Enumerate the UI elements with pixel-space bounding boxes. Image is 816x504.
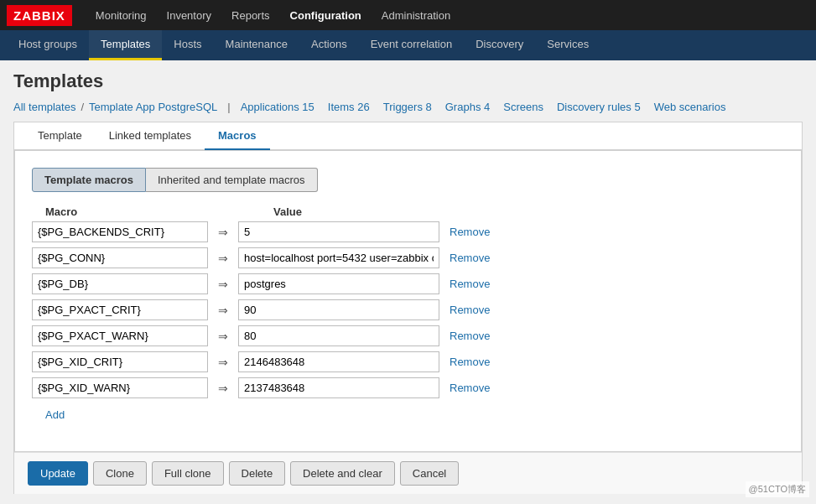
nav-administration[interactable]: Administration [372,0,460,30]
nav-inventory[interactable]: Inventory [157,0,221,30]
cancel-button[interactable]: Cancel [400,461,459,486]
macro-name-input[interactable] [32,377,208,398]
macro-arrow-icon: ⇒ [215,304,231,317]
subnav-discovery-rules[interactable]: Discovery rules 5 [557,101,641,113]
remove-macro-link[interactable]: Remove [450,252,490,264]
macro-row: ⇒Remove [32,299,784,320]
breadcrumb-current[interactable]: Template App PostgreSQL [89,101,217,113]
macro-value-input[interactable] [238,273,439,294]
macro-value-input[interactable] [238,325,439,346]
second-navigation: Host groups Templates Hosts Maintenance … [0,30,816,60]
value-column-header: Value [273,205,302,218]
top-navigation: ZABBIX Monitoring Inventory Reports Conf… [0,0,816,30]
macro-buttons: Template macros Inherited and template m… [32,168,784,192]
subnav-triggers[interactable]: Triggers 8 [383,101,432,113]
inherited-macros-button[interactable]: Inherited and template macros [146,168,318,192]
page-title: Templates [13,70,803,92]
remove-macro-link[interactable]: Remove [450,382,490,394]
remove-macro-link[interactable]: Remove [450,356,490,368]
breadcrumb-separator: / [81,101,84,113]
page-content: Templates All templates / Template App P… [0,60,816,504]
macro-arrow-icon: ⇒ [215,252,231,265]
nav-actions[interactable]: Actions [299,30,359,60]
macro-table-header: Macro Value [32,205,784,218]
remove-macro-link[interactable]: Remove [450,330,490,342]
macro-value-input[interactable] [238,247,439,268]
macro-name-input[interactable] [32,247,208,268]
macro-row: ⇒Remove [32,273,784,294]
macro-value-input[interactable] [238,351,439,372]
delete-button[interactable]: Delete [229,461,286,486]
breadcrumb-all-templates[interactable]: All templates [13,101,75,113]
macro-name-input[interactable] [32,221,208,242]
subnav-applications[interactable]: Applications 15 [241,101,314,113]
nav-discovery[interactable]: Discovery [464,30,535,60]
macro-arrow-icon: ⇒ [215,278,231,291]
subnav-items[interactable]: Items 26 [328,101,370,113]
macro-arrow-icon: ⇒ [215,356,231,369]
macro-name-input[interactable] [32,299,208,320]
remove-macro-link[interactable]: Remove [450,226,490,238]
macro-value-input[interactable] [238,221,439,242]
tab-linked-templates[interactable]: Linked templates [96,122,205,150]
breadcrumb: All templates / Template App PostgreSQL … [13,101,803,113]
nav-event-correlation[interactable]: Event correlation [359,30,465,60]
macro-name-input[interactable] [32,325,208,346]
macro-arrow-icon: ⇒ [215,226,231,239]
form-area: Template macros Inherited and template m… [14,150,802,452]
subnav-web-scenarios[interactable]: Web scenarios [654,101,726,113]
nav-templates[interactable]: Templates [89,30,162,60]
tab-template[interactable]: Template [24,122,96,150]
delete-and-clear-button[interactable]: Delete and clear [290,461,395,486]
nav-maintenance[interactable]: Maintenance [214,30,299,60]
macro-row: ⇒Remove [32,351,784,372]
clone-button[interactable]: Clone [93,461,147,486]
macro-value-input[interactable] [238,299,439,320]
tabs-container: Template Linked templates Macros Templat… [13,122,803,494]
action-buttons: Update Clone Full clone Delete Delete an… [14,452,802,494]
nav-services[interactable]: Services [535,30,600,60]
update-button[interactable]: Update [28,461,88,486]
macro-arrow-icon: ⇒ [215,330,231,343]
macro-arrow-icon: ⇒ [215,382,231,395]
subnav-screens[interactable]: Screens [503,101,543,113]
macro-row: ⇒Remove [32,221,784,242]
nav-configuration[interactable]: Configuration [280,0,372,30]
nav-reports[interactable]: Reports [221,0,280,30]
template-macros-button[interactable]: Template macros [32,168,146,192]
logo: ZABBIX [7,5,72,26]
tab-macros[interactable]: Macros [205,122,270,150]
watermark: @51CTO博客 [746,481,809,497]
macro-rows: ⇒Remove⇒Remove⇒Remove⇒Remove⇒Remove⇒Remo… [32,221,784,398]
macro-column-header: Macro [45,205,230,218]
full-clone-button[interactable]: Full clone [152,461,224,486]
tabs: Template Linked templates Macros [14,122,802,150]
macro-row: ⇒Remove [32,377,784,398]
remove-macro-link[interactable]: Remove [450,304,490,316]
subnav-graphs[interactable]: Graphs 4 [445,101,490,113]
macro-row: ⇒Remove [32,247,784,268]
macro-name-input[interactable] [32,273,208,294]
nav-host-groups[interactable]: Host groups [7,30,89,60]
remove-macro-link[interactable]: Remove [450,278,490,290]
macro-row: ⇒Remove [32,325,784,346]
add-macro-link[interactable]: Add [45,408,65,421]
nav-hosts[interactable]: Hosts [162,30,213,60]
nav-monitoring[interactable]: Monitoring [86,0,157,30]
macro-value-input[interactable] [238,377,439,398]
macro-name-input[interactable] [32,351,208,372]
